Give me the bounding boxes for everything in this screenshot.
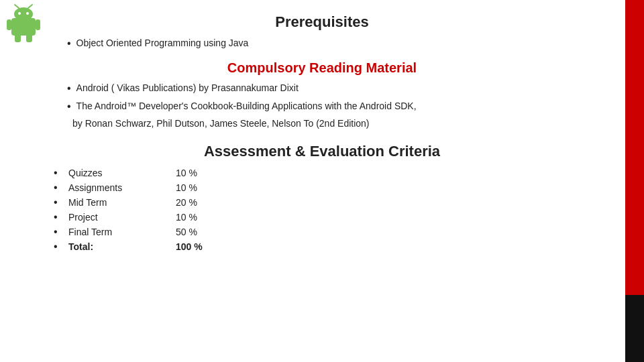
- eval-value: 10 %: [176, 212, 197, 223]
- compulsory-list: • Android ( Vikas Publications) by Prasa…: [40, 81, 604, 114]
- bullet-text: The Android™ Developer's Cookbook-Buildi…: [76, 99, 417, 113]
- svg-point-2: [18, 12, 21, 15]
- list-item: • The Android™ Developer's Cookbook-Buil…: [54, 99, 604, 114]
- slide: Prerequisites • Object Oriented Programm…: [0, 0, 644, 362]
- compulsory-indent: by Ronan Schwarz, Phil Dutson, James Ste…: [40, 117, 604, 131]
- svg-rect-8: [15, 34, 21, 42]
- bullet-icon: •: [54, 211, 63, 223]
- bullet-icon: •: [54, 241, 63, 253]
- right-bar-black: [625, 295, 644, 362]
- bullet-icon: •: [67, 81, 71, 96]
- bullet-icon: •: [67, 36, 71, 51]
- bullet-icon: •: [67, 99, 71, 114]
- bullet-icon: •: [54, 196, 63, 208]
- right-bar-red: [625, 0, 644, 295]
- eval-row: •Project10 %: [54, 211, 604, 223]
- eval-table: •Quizzes10 %•Assignments10 %•Mid Term20 …: [40, 167, 604, 253]
- svg-rect-7: [36, 19, 40, 30]
- eval-row: •Total:100 %: [54, 241, 604, 253]
- eval-value: 10 %: [176, 182, 197, 193]
- eval-label: Final Term: [68, 227, 176, 237]
- eval-row: •Assignments10 %: [54, 182, 604, 194]
- android-logo: [7, 3, 40, 44]
- eval-value: 50 %: [176, 227, 197, 237]
- bullet-icon: •: [54, 182, 63, 194]
- compulsory-title: Compulsory Reading Material: [40, 60, 604, 76]
- eval-row: •Quizzes10 %: [54, 167, 604, 179]
- list-item: • Object Oriented Programming using Java: [54, 36, 604, 51]
- bullet-icon: •: [54, 167, 63, 179]
- eval-value: 10 %: [176, 168, 197, 178]
- eval-label: Assignments: [68, 182, 176, 193]
- list-item: • Android ( Vikas Publications) by Prasa…: [54, 81, 604, 96]
- bullet-text: Object Oriented Programming using Java: [76, 36, 249, 50]
- svg-line-5: [28, 5, 32, 8]
- eval-label: Total:: [68, 241, 176, 252]
- svg-line-4: [15, 5, 19, 8]
- eval-row: •Final Term50 %: [54, 226, 604, 238]
- bullet-icon: •: [54, 226, 63, 238]
- eval-label: Project: [68, 212, 176, 223]
- svg-point-1: [14, 7, 33, 21]
- prerequisites-title: Prerequisites: [40, 13, 604, 31]
- svg-point-3: [26, 12, 29, 15]
- eval-value: 100 %: [176, 241, 203, 252]
- eval-row: •Mid Term20 %: [54, 196, 604, 208]
- svg-rect-6: [7, 19, 11, 30]
- eval-label: Quizzes: [68, 168, 176, 178]
- prerequisites-list: • Object Oriented Programming using Java: [40, 36, 604, 51]
- right-bar: [625, 0, 644, 362]
- svg-rect-9: [26, 34, 32, 42]
- bullet-text: Android ( Vikas Publications) by Prasann…: [76, 81, 299, 95]
- eval-label: Mid Term: [68, 197, 176, 208]
- eval-value: 20 %: [176, 197, 197, 208]
- assessment-title: Assessment & Evaluation Criteria: [40, 143, 604, 160]
